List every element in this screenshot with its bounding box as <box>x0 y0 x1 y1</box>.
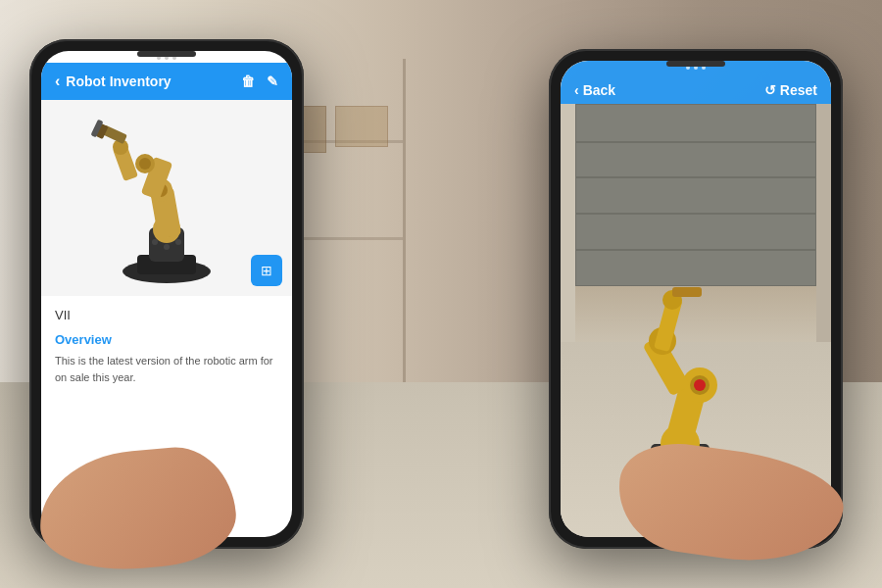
hand-left <box>39 451 274 588</box>
app-title: Robot Inventory <box>66 74 171 89</box>
right-phone: ‹ Back ↺ Reset <box>549 49 843 549</box>
status-bar-left <box>41 51 292 63</box>
app-header: ‹ Robot Inventory 🗑 ✎ <box>41 63 292 100</box>
ar-icon: ⊞ <box>261 263 272 278</box>
status-dot <box>702 66 706 70</box>
ar-back-button[interactable]: ‹ Back <box>574 82 615 98</box>
ar-back-arrow: ‹ <box>574 82 579 98</box>
edit-icon[interactable]: ✎ <box>267 74 278 89</box>
svg-point-18 <box>175 239 181 245</box>
status-dot <box>694 66 698 70</box>
content-area: VII Overview This is the latest version … <box>41 296 292 397</box>
back-arrow-icon[interactable]: ‹ <box>55 73 60 90</box>
ar-back-label: Back <box>583 82 615 98</box>
status-dot <box>172 56 176 60</box>
delete-icon[interactable]: 🗑 <box>241 74 255 89</box>
ar-reset-button[interactable]: ↺ Reset <box>764 82 817 98</box>
ar-reset-label: Reset <box>780 82 817 98</box>
status-bar-right <box>561 61 831 73</box>
ar-header: ‹ Back ↺ Reset <box>561 73 831 108</box>
header-left: ‹ Robot Inventory <box>55 73 172 90</box>
svg-point-17 <box>152 239 158 245</box>
status-dot <box>686 66 690 70</box>
robot-name: VII <box>55 308 278 322</box>
svg-rect-32 <box>672 287 702 297</box>
ar-reset-icon: ↺ <box>764 82 776 98</box>
robot-display: ⊞ <box>41 100 292 296</box>
header-actions: 🗑 ✎ <box>241 74 278 89</box>
hand-right <box>598 451 853 588</box>
overview-text: This is the latest version of the roboti… <box>55 353 278 385</box>
overview-label: Overview <box>55 332 278 347</box>
left-phone: ‹ Robot Inventory 🗑 ✎ <box>29 39 304 549</box>
status-dot <box>157 56 161 60</box>
svg-point-10 <box>139 158 151 170</box>
status-dot <box>165 56 169 60</box>
svg-point-27 <box>694 379 706 391</box>
robot-arm-image <box>88 110 245 286</box>
svg-point-16 <box>164 244 170 250</box>
ar-view-button[interactable]: ⊞ <box>251 255 282 286</box>
